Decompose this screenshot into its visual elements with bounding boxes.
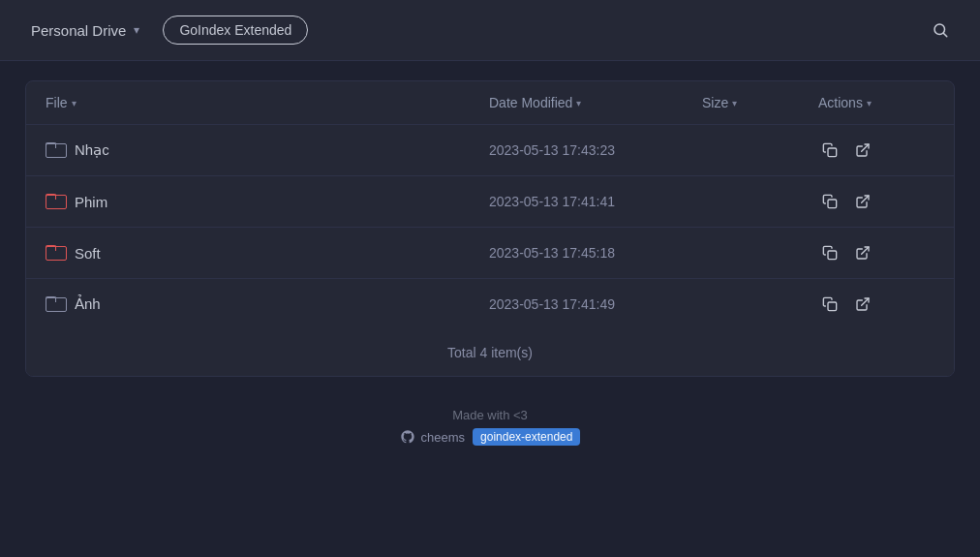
col-size-header[interactable]: Size ▾ xyxy=(702,95,818,110)
github-icon xyxy=(400,429,415,445)
table-row: Phim 2023-05-13 17:41:41 xyxy=(26,176,954,228)
file-name-label: Nhạc xyxy=(75,141,109,159)
svg-rect-6 xyxy=(828,251,837,260)
col-file-header[interactable]: File ▾ xyxy=(46,95,489,110)
actions-cell xyxy=(818,190,934,213)
footer-links: cheems goindex-extended xyxy=(400,428,581,446)
svg-line-3 xyxy=(862,144,869,151)
open-icon xyxy=(855,296,871,312)
actions-sort-icon: ▾ xyxy=(867,98,872,108)
total-count: Total 4 item(s) xyxy=(26,329,954,376)
search-icon xyxy=(932,21,949,39)
file-sort-icon: ▾ xyxy=(72,98,77,108)
folder-icon xyxy=(46,245,65,261)
date-cell: 2023-05-13 17:41:41 xyxy=(489,194,702,209)
svg-line-5 xyxy=(862,196,869,202)
copy-icon xyxy=(822,142,838,158)
brand-badge[interactable]: GoIndex Extended xyxy=(163,15,308,45)
copy-icon xyxy=(822,296,838,312)
open-icon xyxy=(855,142,871,158)
github-user: cheems xyxy=(421,430,466,445)
col-actions-header[interactable]: Actions ▾ xyxy=(818,95,934,110)
col-date-header[interactable]: Date Modified ▾ xyxy=(489,95,702,110)
svg-line-7 xyxy=(862,247,869,254)
github-link[interactable]: cheems xyxy=(400,429,466,445)
open-button[interactable] xyxy=(851,293,874,316)
table-row: Ảnh 2023-05-13 17:41:49 xyxy=(26,279,954,329)
open-button[interactable] xyxy=(851,241,874,264)
svg-rect-2 xyxy=(828,148,837,157)
open-button[interactable] xyxy=(851,139,874,162)
drive-label: Personal Drive xyxy=(31,22,126,39)
size-sort-icon: ▾ xyxy=(732,98,737,108)
header: Personal Drive ▾ GoIndex Extended xyxy=(0,0,980,61)
chevron-down-icon: ▾ xyxy=(134,23,139,37)
file-name-label: Ảnh xyxy=(75,295,101,313)
file-name-cell: Soft xyxy=(46,245,489,262)
date-cell: 2023-05-13 17:41:49 xyxy=(489,296,702,312)
actions-cell xyxy=(818,139,934,162)
svg-line-1 xyxy=(943,33,946,36)
file-name-cell: Nhạc xyxy=(46,141,489,159)
file-name-cell: Ảnh xyxy=(46,295,489,313)
folder-icon xyxy=(46,142,65,158)
github-repo-badge[interactable]: goindex-extended xyxy=(473,428,580,446)
file-name-label: Soft xyxy=(75,245,101,262)
svg-line-9 xyxy=(862,298,869,305)
file-name-cell: Phim xyxy=(46,194,489,210)
table-row: Soft 2023-05-13 17:45:18 xyxy=(26,228,954,279)
folder-icon xyxy=(46,296,65,312)
made-with-label: Made with <3 xyxy=(400,408,581,422)
date-sort-icon: ▾ xyxy=(576,98,581,108)
date-cell: 2023-05-13 17:43:23 xyxy=(489,142,702,158)
folder-icon xyxy=(46,194,65,209)
footer: Made with <3 cheems goindex-extended xyxy=(400,396,581,451)
drive-selector[interactable]: Personal Drive ▾ xyxy=(23,18,147,43)
date-cell: 2023-05-13 17:45:18 xyxy=(489,245,702,261)
actions-cell xyxy=(818,241,934,264)
copy-button[interactable] xyxy=(818,139,842,162)
copy-button[interactable] xyxy=(818,241,842,264)
copy-icon xyxy=(822,194,838,209)
table-row: Nhạc 2023-05-13 17:43:23 xyxy=(26,125,954,176)
svg-point-0 xyxy=(934,24,945,35)
table-body: Nhạc 2023-05-13 17:43:23 xyxy=(26,125,954,329)
svg-rect-8 xyxy=(828,302,837,311)
open-icon xyxy=(855,245,871,261)
open-icon xyxy=(855,194,871,209)
file-table: File ▾ Date Modified ▾ Size ▾ Actions ▾ … xyxy=(25,80,955,377)
copy-button[interactable] xyxy=(818,293,842,316)
svg-rect-4 xyxy=(828,200,837,208)
copy-button[interactable] xyxy=(818,190,842,213)
copy-icon xyxy=(822,245,838,261)
search-button[interactable] xyxy=(924,17,957,43)
table-header: File ▾ Date Modified ▾ Size ▾ Actions ▾ xyxy=(26,81,954,125)
file-name-label: Phim xyxy=(75,194,107,210)
actions-cell xyxy=(818,293,934,316)
open-button[interactable] xyxy=(851,190,874,213)
